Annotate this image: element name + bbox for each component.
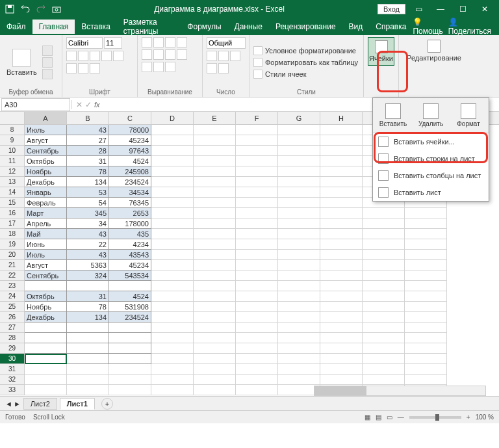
cell[interactable] [278, 156, 320, 166]
cell[interactable]: 45234 [109, 135, 151, 146]
format-header-button[interactable]: Формат [451, 101, 486, 130]
cut-icon[interactable] [42, 46, 53, 56]
cell[interactable] [236, 343, 278, 354]
cell[interactable] [25, 333, 67, 343]
cell[interactable]: 78000 [109, 125, 151, 135]
cell[interactable] [67, 364, 109, 375]
cell[interactable] [278, 146, 320, 156]
decrease-font-icon[interactable] [113, 51, 123, 61]
cell[interactable]: 324 [67, 270, 109, 281]
cell[interactable] [151, 281, 194, 291]
row-header[interactable]: 14 [0, 187, 25, 198]
align-middle-icon[interactable] [153, 37, 164, 47]
cell[interactable] [320, 156, 363, 166]
cell[interactable]: 34 [67, 218, 109, 229]
underline-icon[interactable] [90, 51, 100, 61]
row-header[interactable]: 20 [0, 250, 25, 260]
row-header[interactable]: 31 [0, 364, 25, 375]
column-header-F[interactable]: F [236, 112, 278, 124]
cell[interactable] [236, 146, 278, 156]
cell[interactable] [236, 125, 278, 135]
cell[interactable] [236, 198, 278, 208]
increase-font-icon[interactable] [101, 51, 112, 61]
cell[interactable] [405, 302, 447, 312]
row-header[interactable]: 29 [0, 343, 25, 354]
cell[interactable] [236, 385, 278, 395]
cell[interactable] [278, 239, 320, 250]
cell[interactable] [236, 333, 278, 343]
cell[interactable] [405, 312, 447, 323]
cell[interactable] [194, 312, 236, 323]
insert-rows-item[interactable]: Вставить строки на лист [373, 150, 489, 167]
row-header[interactable]: 28 [0, 333, 25, 343]
cell[interactable]: 28 [67, 146, 109, 156]
cell[interactable] [25, 323, 67, 333]
cell[interactable] [363, 281, 405, 291]
cell[interactable] [109, 333, 151, 343]
cell[interactable] [363, 250, 405, 260]
cell[interactable] [278, 125, 320, 135]
cell[interactable] [151, 385, 194, 395]
row-header[interactable]: 26 [0, 312, 25, 323]
cell[interactable] [151, 125, 194, 135]
share-button[interactable]: 👤 Поделиться [448, 18, 491, 36]
cell[interactable] [363, 323, 405, 333]
insert-header-button[interactable]: Вставить [376, 101, 411, 130]
sheet-next-icon[interactable]: ► [14, 400, 21, 408]
row-header[interactable]: 27 [0, 323, 25, 333]
cell[interactable] [151, 364, 194, 375]
cell[interactable] [194, 166, 236, 177]
cell[interactable] [278, 291, 320, 302]
cell[interactable] [151, 291, 194, 302]
cell[interactable] [320, 270, 363, 281]
cell[interactable] [109, 343, 151, 354]
row-header[interactable]: 25 [0, 302, 25, 312]
tab-help[interactable]: Справка [369, 20, 413, 34]
align-center-icon[interactable] [153, 49, 164, 60]
conditional-format-button[interactable]: Условное форматирование [253, 46, 359, 56]
cell[interactable]: 4524 [109, 156, 151, 166]
cell[interactable]: Май [25, 229, 67, 239]
cell[interactable] [67, 281, 109, 291]
cell[interactable] [151, 218, 194, 229]
save-icon[interactable] [5, 5, 14, 14]
indent-increase-icon[interactable] [153, 62, 164, 72]
zoom-slider[interactable] [409, 416, 461, 419]
column-header-A[interactable]: A [25, 112, 67, 124]
cell[interactable] [363, 260, 405, 270]
cell[interactable] [236, 375, 278, 385]
cell[interactable] [236, 312, 278, 323]
help-button[interactable]: 💡 Помощь [413, 18, 442, 36]
cell[interactable] [25, 343, 67, 354]
cell[interactable] [278, 364, 320, 375]
row-header[interactable]: 11 [0, 156, 25, 166]
cell[interactable] [320, 354, 363, 364]
cell[interactable] [405, 260, 447, 270]
cell[interactable] [109, 364, 151, 375]
cell[interactable]: Июнь [25, 239, 67, 250]
cell[interactable]: Январь [25, 187, 67, 198]
row-header[interactable]: 9 [0, 135, 25, 146]
column-header-H[interactable]: H [320, 112, 363, 124]
font-color-icon[interactable] [90, 63, 100, 73]
cell[interactable] [278, 187, 320, 198]
row-header[interactable]: 22 [0, 270, 25, 281]
zoom-in-icon[interactable]: + [467, 414, 470, 421]
cell[interactable]: Сентябрь [25, 270, 67, 281]
cell[interactable] [320, 302, 363, 312]
cell[interactable] [151, 312, 194, 323]
cell[interactable] [194, 291, 236, 302]
cell[interactable] [320, 343, 363, 354]
cell[interactable]: 43 [67, 250, 109, 260]
cell[interactable] [236, 250, 278, 260]
cell[interactable] [405, 333, 447, 343]
cell[interactable] [151, 156, 194, 166]
cell[interactable] [109, 281, 151, 291]
cell[interactable]: 43 [67, 229, 109, 239]
cell[interactable]: 45234 [109, 260, 151, 270]
currency-icon[interactable] [207, 51, 217, 61]
cell[interactable] [25, 364, 67, 375]
cell[interactable] [405, 218, 447, 229]
cell[interactable] [151, 135, 194, 146]
cell[interactable] [363, 333, 405, 343]
